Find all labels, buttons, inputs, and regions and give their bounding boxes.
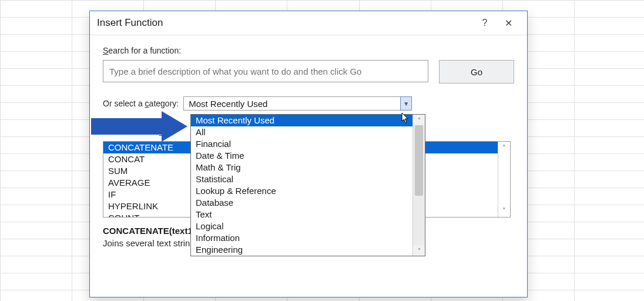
scroll-up-icon: ˄ (413, 115, 425, 125)
scrollbar-track[interactable] (413, 125, 425, 245)
dropdown-option[interactable]: Statistical (191, 173, 412, 185)
category-selected-value: Most Recently Used (189, 99, 267, 109)
help-icon: ? (482, 18, 488, 28)
dropdown-option[interactable]: Logical (191, 220, 412, 232)
dropdown-option[interactable]: Lookup & Reference (191, 185, 412, 197)
close-icon: ✕ (505, 18, 512, 29)
search-label: Search for a function: (103, 46, 514, 55)
category-label: Or select a category: (103, 99, 179, 108)
dropdown-option[interactable]: Information (191, 232, 412, 244)
annotation-arrow (91, 111, 187, 142)
help-button[interactable]: ? (473, 14, 497, 32)
category-dropdown-button[interactable]: ▼ (400, 96, 412, 111)
mouse-cursor-icon (401, 112, 410, 124)
category-dropdown-list[interactable]: Most Recently Used All Financial Date & … (190, 114, 425, 256)
dropdown-option[interactable]: Date & Time (191, 150, 412, 162)
dropdown-option[interactable]: Financial (191, 138, 412, 150)
chevron-down-icon: ▼ (403, 101, 409, 107)
scroll-down-icon: ˅ (502, 207, 506, 215)
dialog-title: Insert Function (97, 17, 163, 29)
dropdown-option[interactable]: Text (191, 209, 412, 220)
dropdown-option[interactable]: Most Recently Used (191, 115, 412, 126)
dialog-titlebar: Insert Function ? ✕ (90, 11, 527, 35)
dropdown-option[interactable]: Engineering (191, 244, 412, 256)
dropdown-option[interactable]: All (191, 126, 412, 138)
dropdown-option[interactable]: Math & Trig (191, 162, 412, 173)
search-input[interactable] (103, 60, 428, 82)
dropdown-option[interactable]: Database (191, 197, 412, 209)
scrollbar-thumb[interactable] (415, 125, 423, 196)
dropdown-scrollbar[interactable]: ˄ ˅ (412, 115, 425, 256)
scroll-up-icon: ˄ (502, 144, 506, 152)
listbox-scrollbar[interactable]: ˄ ˅ (498, 142, 510, 217)
go-button[interactable]: Go (439, 60, 514, 83)
close-button[interactable]: ✕ (497, 14, 520, 32)
scroll-down-icon: ˅ (413, 245, 425, 256)
category-combobox[interactable]: Most Recently Used (183, 96, 401, 111)
